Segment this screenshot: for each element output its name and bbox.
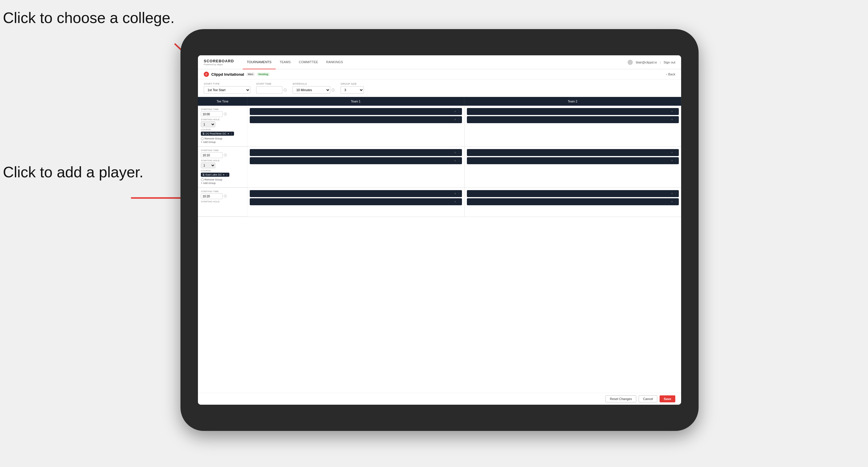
tournament-name: Clippd Invitational xyxy=(211,72,244,76)
start-type-select[interactable]: 1st Tee Start xyxy=(204,86,250,94)
player-x-icon[interactable]: ✕ xyxy=(454,118,457,121)
course-tag-2[interactable]: 🏝 East Lake GC ✕ ⋮ xyxy=(201,173,229,177)
intervals-label: Intervals xyxy=(292,83,335,85)
intervals-group: Intervals 10 Minutes ⓘ xyxy=(292,83,335,94)
nav-link-committee[interactable]: COMMITTEE xyxy=(295,55,322,69)
nav-bar: SCOREBOARD Powered by clippd TOURNAMENTS… xyxy=(198,55,681,69)
gender-badge: Men xyxy=(247,72,255,76)
time-icon-3: ⓘ xyxy=(224,194,227,198)
start-type-group: Start Type 1st Tee Start xyxy=(204,83,250,94)
player-slot-t2-2-1[interactable]: ✕ ⋮ xyxy=(467,149,679,156)
starting-time-input-1[interactable] xyxy=(201,111,223,117)
annotation-choose-college: Click to choose a college. xyxy=(3,9,175,27)
player-expand-icon[interactable]: ⋮ xyxy=(458,118,460,121)
brand-sub: Powered by clippd xyxy=(204,63,234,66)
course-name-1: (A) Peachtree GC xyxy=(206,132,226,135)
course-tag-1[interactable]: 🏝 (A) Peachtree GC ✕ ⋮ xyxy=(201,132,234,136)
player-slot-t1-1-2[interactable]: ✕ ⋮ xyxy=(250,116,462,123)
nav-right: blair@clippd.io | Sign out xyxy=(627,60,675,65)
course-tag-close-1[interactable]: ✕ xyxy=(227,132,229,135)
team2-col-2: ✕ ⋮ ✕ ⋮ xyxy=(465,147,681,187)
player-slot-t2-2-2[interactable]: ✕ ⋮ xyxy=(467,157,679,164)
player-slot-t2-3-1[interactable]: ✕ ⋮ xyxy=(467,190,679,197)
brand: SCOREBOARD Powered by clippd xyxy=(204,59,234,66)
player-x-icon[interactable]: ✕ xyxy=(454,110,457,113)
player-slot-t1-1-1[interactable]: ✕ ⋮ xyxy=(250,108,462,115)
user-email: blair@clippd.io xyxy=(636,61,657,64)
team1-col-1: ✕ ⋮ ✕ ⋮ xyxy=(247,106,465,147)
course-label-1: COURSE: xyxy=(201,128,244,131)
tee-block-3: STARTING TIME: ⓘ STARTING HOLE: xyxy=(198,188,247,217)
nav-link-rankings[interactable]: RANKINGS xyxy=(322,55,347,69)
course-tag-expand-2[interactable]: ⋮ xyxy=(225,174,228,176)
tee-row-2: STARTING TIME: ⓘ STARTING HOLE: 1 COURSE… xyxy=(198,147,681,188)
tee-time-header: Tee Time xyxy=(198,97,247,106)
team1-col-3: ✕ ⋮ ✕ ⋮ xyxy=(247,188,465,217)
back-button[interactable]: ‹ Back xyxy=(666,72,675,76)
starting-hole-label-3: STARTING HOLE: xyxy=(201,200,244,203)
main-content: STARTING TIME: ⓘ STARTING HOLE: 1 COURSE… xyxy=(198,106,681,393)
remove-group-1[interactable]: ◯ Remove Group xyxy=(201,137,244,140)
tee-block-2: STARTING TIME: ⓘ STARTING HOLE: 1 COURSE… xyxy=(198,147,247,187)
form-controls: Start Type 1st Tee Start Start Time 10:0… xyxy=(198,80,681,97)
starting-hole-select-1[interactable]: 1 xyxy=(201,121,215,127)
table-header: Tee Time Team 1 Team 2 xyxy=(198,97,681,106)
starting-hole-label-1: STARTING HOLE: xyxy=(201,118,244,121)
player-expand-icon[interactable]: ⋮ xyxy=(675,118,677,121)
add-group-1[interactable]: + Add Group xyxy=(201,140,244,144)
player-slot-t2-3-2[interactable]: ✕ ⋮ xyxy=(467,198,679,205)
team2-header: Team 2 xyxy=(464,97,681,106)
start-time-input[interactable]: 10:00 xyxy=(256,86,282,94)
player-slot-t2-1-2[interactable]: ✕ ⋮ xyxy=(467,116,679,123)
starting-time-input-3[interactable] xyxy=(201,193,223,199)
tournament-header: C Clippd Invitational Men Hosting ‹ Back xyxy=(198,69,681,80)
save-button[interactable]: Save xyxy=(659,395,675,402)
start-time-label: Start Time xyxy=(256,83,287,85)
tee-row-3: STARTING TIME: ⓘ STARTING HOLE: ✕ ⋮ xyxy=(198,188,681,217)
group-size-select[interactable]: 3 xyxy=(341,86,364,94)
starting-time-label-1: STARTING TIME: xyxy=(201,108,244,111)
player-slot-t1-3-1[interactable]: ✕ ⋮ xyxy=(250,190,462,197)
player-slot-t1-2-1[interactable]: ✕ ⋮ xyxy=(250,149,462,156)
time-icon-2: ⓘ xyxy=(224,153,227,157)
team1-header: Team 1 xyxy=(247,97,464,106)
nav-link-teams[interactable]: TEAMS xyxy=(276,55,295,69)
sign-out-link[interactable]: Sign out xyxy=(664,61,675,64)
starting-hole-label-2: STARTING HOLE: xyxy=(201,159,244,162)
start-time-icon: ⓘ xyxy=(283,88,287,92)
player-x-icon[interactable]: ✕ xyxy=(671,110,673,113)
action-links-1: ◯ Remove Group + Add Group xyxy=(201,137,244,144)
player-slot-t2-1-1[interactable]: ✕ ⋮ xyxy=(467,108,679,115)
player-expand-icon[interactable]: ⋮ xyxy=(675,110,677,113)
starting-time-input-2[interactable] xyxy=(201,152,223,158)
intervals-select[interactable]: 10 Minutes xyxy=(292,86,330,94)
add-group-2[interactable]: + Add Group xyxy=(201,181,244,185)
tournament-logo: C xyxy=(204,72,209,77)
tee-row-1: STARTING TIME: ⓘ STARTING HOLE: 1 COURSE… xyxy=(198,106,681,147)
hosting-badge: Hosting xyxy=(257,72,270,76)
player-expand-icon[interactable]: ⋮ xyxy=(458,110,460,113)
cancel-button[interactable]: Cancel xyxy=(639,395,657,402)
time-icon-1: ⓘ xyxy=(224,112,227,116)
course-name-2: East Lake GC xyxy=(206,173,222,176)
player-slot-t1-2-2[interactable]: ✕ ⋮ xyxy=(250,157,462,164)
user-avatar xyxy=(627,60,633,65)
nav-link-tournaments[interactable]: TOURNAMENTS xyxy=(243,55,276,69)
team1-col-2: ✕ ⋮ ✕ ⋮ xyxy=(247,147,465,187)
player-slot-t1-3-2[interactable]: ✕ ⋮ xyxy=(250,198,462,205)
starting-time-label-3: STARTING TIME: xyxy=(201,190,244,193)
course-tag-close-2[interactable]: ✕ xyxy=(223,174,225,176)
start-time-group: Start Time 10:00 ⓘ xyxy=(256,83,287,94)
start-type-label: Start Type xyxy=(204,83,250,85)
player-x-icon[interactable]: ✕ xyxy=(671,118,673,121)
tee-block-1: STARTING TIME: ⓘ STARTING HOLE: 1 COURSE… xyxy=(198,106,247,147)
course-label-2: COURSE: xyxy=(201,169,244,172)
starting-hole-select-2[interactable]: 1 xyxy=(201,162,215,168)
reset-button[interactable]: Reset Changes xyxy=(606,395,636,402)
tournament-title: C Clippd Invitational Men Hosting xyxy=(204,72,270,77)
course-tag-expand-1[interactable]: ⋮ xyxy=(230,132,232,135)
action-links-2: ◯ Remove Group + Add Group xyxy=(201,178,244,185)
intervals-icon: ⓘ xyxy=(332,88,335,92)
remove-group-2[interactable]: ◯ Remove Group xyxy=(201,178,244,181)
starting-time-label-2: STARTING TIME: xyxy=(201,149,244,152)
